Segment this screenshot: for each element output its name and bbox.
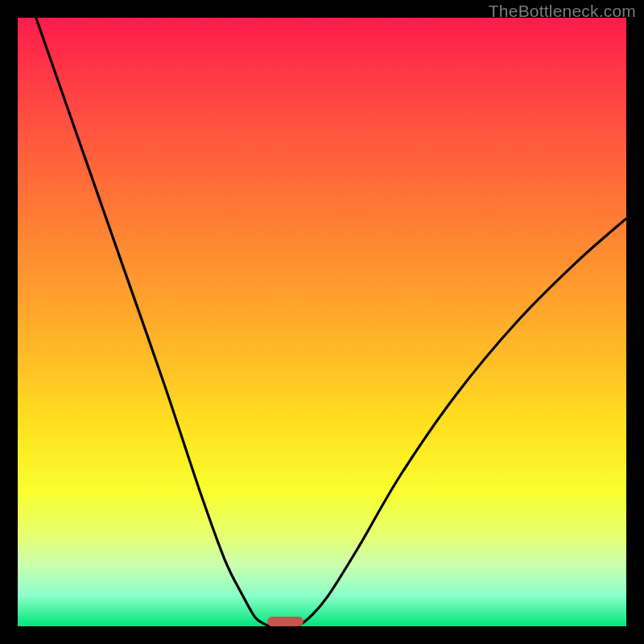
right-curve bbox=[298, 219, 626, 627]
curve-layer bbox=[18, 18, 626, 626]
bottleneck-marker bbox=[267, 617, 303, 626]
left-curve bbox=[36, 18, 270, 626]
plot-area bbox=[18, 18, 626, 626]
watermark-text: TheBottleneck.com bbox=[489, 2, 636, 21]
